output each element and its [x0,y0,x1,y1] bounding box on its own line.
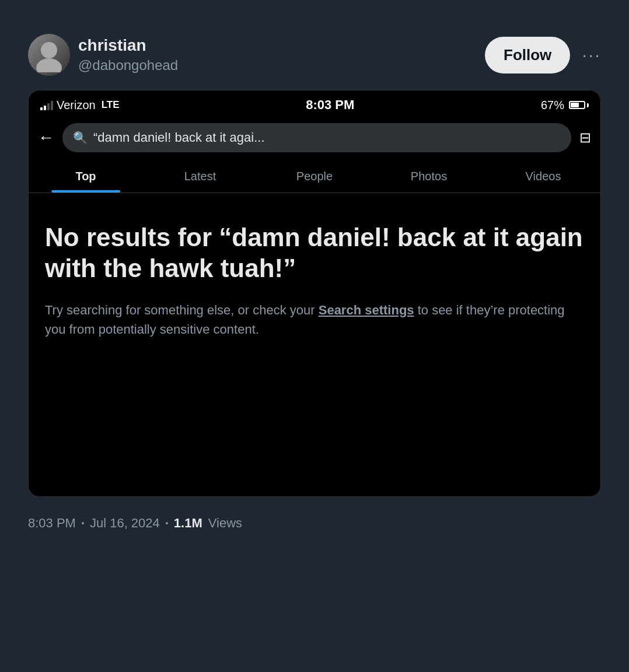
status-left: Verizon LTE [40,99,120,112]
footer-dot-2 [166,522,168,524]
search-query-text: “damn daniel! back at it agai... [93,130,561,145]
tab-people[interactable]: People [257,160,372,192]
search-settings-link[interactable]: Search settings [319,303,414,317]
status-bar: Verizon LTE 8:03 PM 67% [29,90,600,117]
user-handle: @dabongohead [78,57,178,74]
status-time: 8:03 PM [306,97,354,113]
user-text-info: christian @dabongohead [78,36,178,74]
svg-point-0 [41,42,57,58]
search-icon: 🔍 [73,131,88,145]
avatar [28,34,70,76]
tweet-footer: 8:03 PM Jul 16, 2024 1.1M Views [28,513,601,531]
footer-dot-1 [82,522,84,524]
views-label: Views [208,516,242,531]
tab-photos[interactable]: Photos [372,160,486,192]
tweet-card: christian @dabongohead Follow ··· Verizo… [12,18,617,545]
battery-icon [569,101,589,109]
header-actions: Follow ··· [485,37,601,74]
more-options-button[interactable]: ··· [582,44,601,66]
carrier-name: Verizon [57,99,96,112]
footer-date: Jul 16, 2024 [90,516,160,531]
status-right: 67% [541,99,589,112]
tweet-header: christian @dabongohead Follow ··· [28,34,601,76]
footer-time: 8:03 PM [28,516,76,531]
follow-button[interactable]: Follow [485,37,570,74]
search-tabs: Top Latest People Photos Videos [29,160,600,193]
battery-percent: 67% [541,99,564,112]
subtitle-before: Try searching for something else, or che… [45,303,319,317]
tab-videos[interactable]: Videos [486,160,600,192]
views-count: 1.1M [174,516,202,531]
tab-latest[interactable]: Latest [143,160,257,192]
signal-icon [40,100,53,110]
no-results-title: No results for “damn daniel! back at it … [45,222,584,284]
no-results-section: No results for “damn daniel! back at it … [29,193,600,496]
filter-icon[interactable]: ⊟ [579,130,591,146]
back-button[interactable]: ← [38,128,54,147]
user-info-section: christian @dabongohead [28,34,178,76]
display-name: christian [78,36,178,55]
no-results-subtitle: Try searching for something else, or che… [45,300,584,339]
svg-point-1 [36,58,62,72]
search-input-container[interactable]: 🔍 “damn daniel! back at it agai... [62,123,571,152]
network-type: LTE [102,99,120,111]
phone-screenshot: Verizon LTE 8:03 PM 67% ← 🔍 “damn daniel… [28,90,601,497]
search-bar-row: ← 🔍 “damn daniel! back at it agai... ⊟ [29,117,600,160]
tab-top[interactable]: Top [29,160,143,192]
